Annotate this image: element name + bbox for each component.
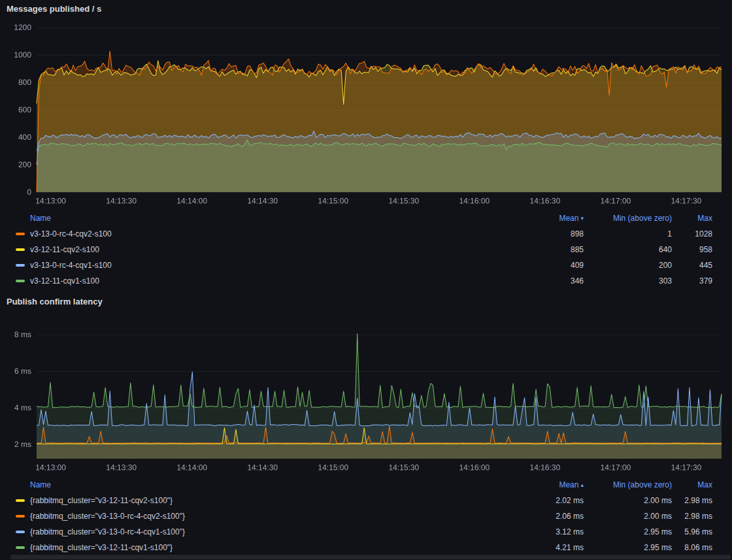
panel-title-messages[interactable]: Messages published / s bbox=[7, 4, 725, 14]
max-value: 445 bbox=[672, 261, 712, 270]
legend-col-max[interactable]: Max bbox=[672, 480, 712, 489]
legend-col-min[interactable]: Min (above zero) bbox=[584, 214, 672, 223]
max-value: 958 bbox=[672, 245, 712, 254]
legend-row: v3-12-11-cqv1-s100 346 303 379 bbox=[7, 273, 725, 289]
legend-row: v3-13-0-rc-4-cqv1-s100 409 200 445 bbox=[7, 257, 725, 273]
mean-header-label: Mean bbox=[559, 214, 578, 223]
series-color-swatch bbox=[16, 248, 25, 251]
legend-row: {rabbitmq_cluster="v3-12-11-cqv1-s100"} … bbox=[7, 540, 725, 555]
series-toggle[interactable]: v3-13-0-rc-4-cqv1-s100 bbox=[16, 261, 512, 270]
mean-value: 898 bbox=[512, 229, 584, 239]
legend-row: v3-13-0-rc-4-cqv2-s100 898 1 1028 bbox=[7, 226, 725, 242]
series-label: {rabbitmq_cluster="v3-12-11-cqv2-s100"} bbox=[30, 496, 173, 505]
legend-header: Name Mean▴ Min (above zero) Max bbox=[7, 477, 725, 493]
timeseries-chart-latency[interactable] bbox=[7, 312, 725, 476]
horizontal-scrollbar[interactable] bbox=[10, 555, 731, 559]
mean-header-label: Mean bbox=[559, 480, 578, 489]
legend-col-mean[interactable]: Mean▾ bbox=[512, 214, 584, 223]
series-toggle[interactable]: {rabbitmq_cluster="v3-12-11-cqv2-s100"} bbox=[16, 496, 512, 505]
series-toggle[interactable]: {rabbitmq_cluster="v3-13-0-rc-4-cqv2-s10… bbox=[16, 512, 512, 521]
series-toggle[interactable]: {rabbitmq_cluster="v3-13-0-rc-4-cqv1-s10… bbox=[16, 527, 512, 536]
legend-row: v3-12-11-cqv2-s100 885 640 958 bbox=[7, 242, 725, 257]
series-label: v3-13-0-rc-4-cqv1-s100 bbox=[30, 261, 112, 270]
legend-col-max[interactable]: Max bbox=[672, 214, 712, 223]
series-label: {rabbitmq_cluster="v3-13-0-rc-4-cqv2-s10… bbox=[30, 512, 185, 521]
max-value: 379 bbox=[672, 276, 712, 286]
series-toggle[interactable]: v3-13-0-rc-4-cqv2-s100 bbox=[16, 229, 512, 239]
panel-messages-published: Messages published / s Name Mean▾ Min (a… bbox=[7, 4, 725, 289]
min-value: 640 bbox=[584, 245, 672, 254]
series-toggle[interactable]: {rabbitmq_cluster="v3-12-11-cqv1-s100"} bbox=[16, 543, 512, 552]
mean-value: 346 bbox=[512, 276, 584, 286]
max-value: 8.06 ms bbox=[672, 543, 712, 552]
mean-value: 409 bbox=[512, 261, 584, 270]
min-value: 2.95 ms bbox=[584, 527, 672, 536]
grafana-dashboard: Messages published / s Name Mean▾ Min (a… bbox=[0, 0, 732, 560]
min-value: 1 bbox=[584, 229, 672, 239]
series-toggle[interactable]: v3-12-11-cqv2-s100 bbox=[16, 245, 512, 254]
mean-value: 2.06 ms bbox=[512, 512, 584, 521]
series-color-swatch bbox=[16, 264, 25, 267]
legend-col-name[interactable]: Name bbox=[16, 480, 512, 489]
legend-row: {rabbitmq_cluster="v3-13-0-rc-4-cqv1-s10… bbox=[7, 524, 725, 540]
series-label: {rabbitmq_cluster="v3-12-11-cqv1-s100"} bbox=[30, 543, 173, 552]
sort-ascending-icon: ▴ bbox=[580, 482, 584, 488]
min-value: 2.95 ms bbox=[584, 543, 672, 552]
mean-value: 2.02 ms bbox=[512, 496, 584, 505]
min-value: 303 bbox=[584, 276, 672, 286]
panel-title-latency[interactable]: Publish confirm latency bbox=[7, 297, 725, 307]
series-color-swatch bbox=[16, 531, 25, 533]
timeseries-chart-messages[interactable] bbox=[7, 20, 725, 209]
legend-table-messages: Name Mean▾ Min (above zero) Max v3-13-0-… bbox=[7, 210, 725, 289]
sort-descending-icon: ▾ bbox=[580, 215, 584, 222]
series-label: v3-12-11-cqv1-s100 bbox=[30, 276, 99, 286]
legend-col-mean[interactable]: Mean▴ bbox=[512, 480, 584, 489]
series-label: v3-12-11-cqv2-s100 bbox=[30, 245, 99, 254]
legend-header: Name Mean▾ Min (above zero) Max bbox=[7, 210, 725, 226]
series-color-swatch bbox=[16, 233, 25, 235]
series-color-swatch bbox=[16, 546, 25, 549]
legend-col-min[interactable]: Min (above zero) bbox=[584, 480, 672, 489]
series-toggle[interactable]: v3-12-11-cqv1-s100 bbox=[16, 276, 512, 286]
legend-col-name[interactable]: Name bbox=[16, 214, 512, 223]
legend-table-latency: Name Mean▴ Min (above zero) Max {rabbitm… bbox=[7, 477, 725, 555]
mean-value: 885 bbox=[512, 245, 584, 254]
series-label: {rabbitmq_cluster="v3-13-0-rc-4-cqv1-s10… bbox=[30, 527, 185, 536]
mean-value: 3.12 ms bbox=[512, 527, 584, 536]
series-color-swatch bbox=[16, 515, 25, 518]
series-label: v3-13-0-rc-4-cqv2-s100 bbox=[30, 229, 112, 239]
max-value: 5.96 ms bbox=[672, 527, 712, 536]
panel-publish-confirm-latency: Publish confirm latency Name Mean▴ Min (… bbox=[7, 297, 725, 555]
min-value: 2.00 ms bbox=[584, 512, 672, 521]
min-value: 200 bbox=[584, 261, 672, 270]
min-value: 2.00 ms bbox=[584, 496, 672, 505]
max-value: 1028 bbox=[672, 229, 712, 239]
mean-value: 4.21 ms bbox=[512, 543, 584, 552]
series-color-swatch bbox=[16, 280, 25, 282]
max-value: 2.98 ms bbox=[672, 512, 712, 521]
series-color-swatch bbox=[16, 499, 25, 502]
max-value: 2.98 ms bbox=[672, 496, 712, 505]
legend-row: {rabbitmq_cluster="v3-12-11-cqv2-s100"} … bbox=[7, 493, 725, 508]
legend-row: {rabbitmq_cluster="v3-13-0-rc-4-cqv2-s10… bbox=[7, 508, 725, 524]
